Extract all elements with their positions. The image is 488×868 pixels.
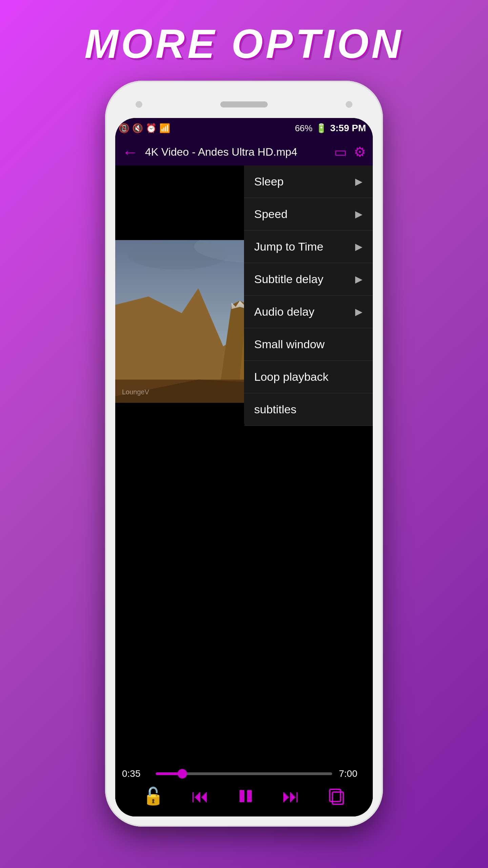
video-container: Sleep ▶ Speed ▶ Jump to Time ▶ Subtitle … [115,165,373,816]
menu-item-sleep[interactable]: Sleep ▶ [244,165,373,198]
menu-item-audio-delay[interactable]: Audio delay ▶ [244,296,373,328]
current-time: 0:35 [122,768,149,779]
pause-button[interactable] [237,787,255,805]
svg-rect-19 [332,792,343,804]
page-title: MORE OPTION [84,20,403,67]
menu-label-audio-delay: Audio delay [254,305,314,318]
playlist-button[interactable] [328,787,345,805]
prev-button[interactable]: ⏮ [191,786,209,806]
menu-item-speed[interactable]: Speed ▶ [244,198,373,231]
battery-percent: 66% [295,123,312,134]
back-button[interactable]: ← [122,143,138,161]
camera-right [346,101,352,108]
menu-label-sleep: Sleep [254,175,284,188]
menu-label-speed: Speed [254,208,287,221]
menu-label-jump-to-time: Jump to Time [254,240,323,253]
status-left-icons: 📵 🔇 ⏰ 📶 [119,123,173,134]
chevron-sleep: ▶ [355,176,363,187]
mute-icon: 🔇 [132,123,143,134]
menu-item-small-window[interactable]: Small window [244,328,373,361]
camera-left [136,101,142,108]
status-bar: 📵 🔇 ⏰ 📶 66% 🔋 3:59 PM [115,118,373,138]
lock-button[interactable]: 🔓 [143,786,164,806]
svg-rect-16 [240,790,244,802]
signal-icon: 📶 [159,123,170,134]
status-right: 66% 🔋 3:59 PM [295,123,366,134]
video-title: 4K Video - Andes Ultra HD.mp4 [145,146,334,158]
bluetooth-icon: 📵 [119,123,129,134]
top-bar-icons: ▭ ⚙ [334,144,366,160]
menu-label-subtitles: subtitles [254,403,297,416]
chevron-subtitle-delay: ▶ [355,274,363,285]
alarm-icon: ⏰ [146,123,157,134]
svg-rect-18 [330,789,341,802]
watermark: LoungeV [122,388,149,396]
controls-row: 🔓 ⏮ ⏭ [122,786,366,806]
settings-icon[interactable]: ⚙ [354,144,366,160]
menu-label-loop-playback: Loop playback [254,370,328,383]
svg-rect-17 [247,790,252,802]
phone-frame: 📵 🔇 ⏰ 📶 66% 🔋 3:59 PM ← 4K Video - Andes… [105,81,383,827]
chevron-speed: ▶ [355,209,363,220]
battery-icon: 🔋 [316,123,327,134]
menu-item-subtitles[interactable]: subtitles [244,393,373,426]
status-time: 3:59 PM [330,123,366,134]
top-bar: ← 4K Video - Andes Ultra HD.mp4 ▭ ⚙ [115,138,373,165]
dropdown-menu: Sleep ▶ Speed ▶ Jump to Time ▶ Subtitle … [244,165,373,426]
progress-thumb[interactable] [178,769,187,778]
menu-item-subtitle-delay[interactable]: Subtitle delay ▶ [244,263,373,296]
pip-icon[interactable]: ▭ [334,144,347,160]
phone-screen: 📵 🔇 ⏰ 📶 66% 🔋 3:59 PM ← 4K Video - Andes… [115,118,373,816]
total-time: 7:00 [339,768,366,779]
player-controls: 0:35 7:00 🔓 ⏮ [115,768,373,816]
menu-item-loop-playback[interactable]: Loop playback [244,361,373,393]
menu-item-jump-to-time[interactable]: Jump to Time ▶ [244,231,373,263]
chevron-jump-to-time: ▶ [355,241,363,252]
menu-label-subtitle-delay: Subtitle delay [254,273,323,286]
progress-track[interactable] [156,772,332,775]
menu-label-small-window: Small window [254,338,325,351]
progress-row: 0:35 7:00 [122,768,366,779]
phone-speaker [220,101,268,107]
next-button[interactable]: ⏭ [282,786,300,806]
chevron-audio-delay: ▶ [355,306,363,317]
phone-notch [115,91,373,118]
